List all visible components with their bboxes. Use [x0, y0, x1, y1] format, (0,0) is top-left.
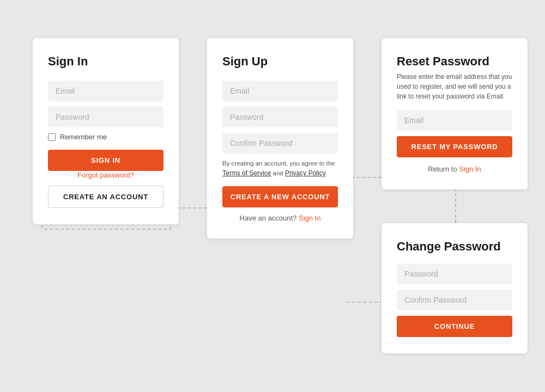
signin-card: Sign In Remember me SIGN IN Forgot passw…: [33, 38, 179, 224]
signup-confirm-password-input[interactable]: [222, 133, 338, 154]
signup-title: Sign Up: [222, 54, 338, 69]
terms-link[interactable]: Terms of Service: [222, 169, 271, 177]
signup-password-input[interactable]: [222, 107, 338, 127]
signup-email-input[interactable]: [222, 81, 338, 101]
privacy-link[interactable]: Privacy Policy: [285, 169, 326, 177]
change-confirm-password-input[interactable]: [397, 290, 512, 310]
change-title: Change Password: [397, 240, 512, 254]
reset-email-input[interactable]: [397, 110, 512, 131]
create-new-account-button[interactable]: CREATE A NEW ACCOUNT: [222, 186, 338, 207]
signin-title: Sign In: [48, 54, 164, 69]
terms-text: By creating an account, you agree to the…: [222, 159, 338, 179]
reset-password-card: Reset Password Please enter the email ad…: [382, 38, 528, 189]
signin-button[interactable]: SIGN IN: [48, 150, 164, 171]
signin-password-input[interactable]: [48, 107, 164, 127]
remember-me-checkbox[interactable]: [48, 133, 56, 141]
have-account-text: Have an account? Sign In: [222, 214, 338, 222]
change-password-input[interactable]: [397, 264, 512, 284]
reset-password-button[interactable]: RESET MY PASSWORD: [397, 136, 512, 157]
reset-subtitle: Please enter the email address that you …: [397, 72, 512, 101]
signup-card: Sign Up By creating an account, you agre…: [207, 38, 353, 238]
forgot-password-link[interactable]: Forgot password?: [48, 171, 164, 179]
reset-title: Reset Password: [397, 54, 512, 69]
return-text: Return to Sign In: [397, 165, 512, 173]
remember-me-label[interactable]: Remember me: [60, 133, 107, 141]
return-signin-link[interactable]: Sign In: [459, 165, 481, 173]
signin-email-input[interactable]: [48, 81, 164, 101]
create-account-button[interactable]: CREATE AN ACCOUNT: [48, 186, 164, 208]
have-account-signin-link[interactable]: Sign In: [299, 214, 320, 222]
continue-button[interactable]: CONTINUE: [397, 316, 512, 337]
change-password-card: Change Password CONTINUE: [382, 223, 528, 353]
remember-me-row: Remember me: [48, 133, 164, 141]
